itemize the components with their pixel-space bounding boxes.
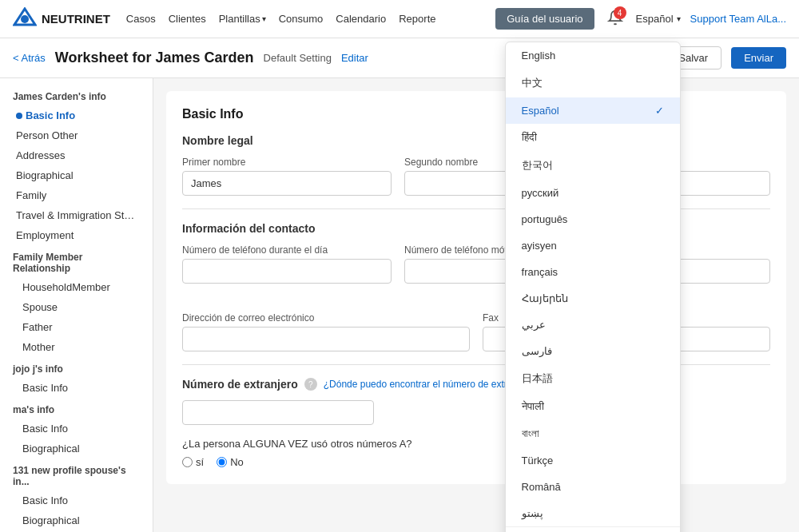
radio-no-input[interactable] (217, 457, 227, 467)
correo-input[interactable] (182, 327, 470, 351)
nav-consumo[interactable]: Consumo (279, 13, 324, 25)
nombre-legal-heading: Nombre legal (182, 134, 770, 147)
mostrar-recomendaciones[interactable]: ◄ Mostrar recomendac... (506, 526, 680, 532)
sidebar-item-131-basic-info[interactable]: Basic Info (0, 490, 153, 510)
sidebar-section-james: James Carden's info (0, 85, 153, 105)
sidebar: James Carden's info Basic Info Person Ot… (0, 78, 153, 532)
guide-button[interactable]: Guía del usuario (495, 8, 594, 30)
main-content: Basic Info Nombre legal Primer nombre Se… (153, 78, 799, 532)
lang-option-bangla[interactable]: বাংলা (506, 420, 680, 447)
extranjero-input-group (182, 400, 374, 425)
nombre-legal-row: Primer nombre Segundo nombre Apellid (182, 157, 770, 196)
lang-option-armenian[interactable]: Հայերեն (506, 285, 680, 312)
plantillas-chevron-icon: ▾ (262, 14, 266, 23)
lang-option-hindi[interactable]: हिंदी (506, 124, 680, 151)
lang-option-romanian[interactable]: Română (506, 474, 680, 500)
sidebar-item-family[interactable]: Family (0, 185, 153, 205)
nav-plantillas[interactable]: Plantillas ▾ (219, 13, 266, 25)
language-button[interactable]: Español ▾ (636, 13, 681, 25)
sidebar-item-jojo-basic-info[interactable]: Basic Info (0, 378, 153, 398)
extranjero-row: Número de extranjero ? ¿Dónde puedo enco… (182, 378, 770, 391)
primer-nombre-label: Primer nombre (182, 157, 392, 168)
sidebar-item-spouse[interactable]: Spouse (0, 297, 153, 317)
notification-badge: 4 (614, 6, 626, 19)
lang-option-ayisyen[interactable]: ayisyen (506, 232, 680, 259)
extranjero-heading: Número de extranjero (182, 378, 298, 391)
sidebar-section-family-rel: Family Member Relationship (0, 245, 153, 277)
logo-text: NEUTRINET (42, 12, 110, 26)
primer-nombre-input[interactable] (182, 171, 392, 196)
help-icon[interactable]: ? (304, 378, 317, 391)
sidebar-section-ma: ma's info (0, 398, 153, 419)
nav-reporte[interactable]: Reporte (399, 13, 435, 25)
language-dropdown: English 中文 Español ✓ हिंदी 한국어 русский p… (505, 42, 681, 532)
default-setting-label: Default Setting (264, 52, 332, 64)
logo: NEUTRINET (13, 7, 110, 31)
usados-label: ¿La persona ALGUNA VEZ usó otros números… (182, 438, 770, 450)
telefono-dia-group: Número de teléfono durante el día (182, 244, 392, 300)
nav-clientes[interactable]: Clientes (169, 13, 206, 25)
basic-info-card: Basic Info Nombre legal Primer nombre Se… (166, 91, 786, 484)
top-nav: NEUTRINET Casos Clientes Plantillas ▾ Co… (0, 0, 799, 38)
sidebar-item-person-other[interactable]: Person Other (0, 125, 153, 145)
notification-button[interactable]: 4 (604, 6, 626, 31)
lang-option-farsi[interactable]: فارسی (506, 338, 680, 364)
language-selector[interactable]: Español ▾ English 中文 Español ✓ हिंदी 한국어… (636, 13, 681, 25)
section-heading: Basic Info (182, 107, 770, 121)
lang-option-chinese[interactable]: 中文 (506, 69, 680, 97)
lang-option-russian[interactable]: русский (506, 180, 680, 206)
edit-link[interactable]: Editar (341, 52, 368, 64)
sidebar-item-ma-biographical[interactable]: Biographical (0, 439, 153, 459)
sidebar-section-jojo: jojo j's info (0, 357, 153, 378)
sidebar-item-employment[interactable]: Employment (0, 225, 153, 245)
radio-no-label[interactable]: No (217, 456, 244, 468)
sidebar-item-father[interactable]: Father (0, 317, 153, 337)
lang-option-japanese[interactable]: 日本語 (506, 364, 680, 393)
correo-label: Dirección de correo electrónico (182, 312, 470, 324)
sidebar-item-biographical[interactable]: Biographical (0, 165, 153, 185)
logo-icon (13, 7, 37, 31)
divider-1 (182, 208, 770, 209)
lang-chevron-icon: ▾ (677, 14, 681, 23)
extranjero-input[interactable] (182, 400, 374, 425)
nav-right: Guía del usuario 4 Español ▾ English 中文 … (495, 6, 786, 31)
svg-point-1 (21, 15, 29, 23)
lang-option-korean[interactable]: 한국어 (506, 151, 680, 180)
sidebar-item-mother[interactable]: Mother (0, 337, 153, 357)
lang-option-portuguese[interactable]: português (506, 206, 680, 232)
selected-check-icon: ✓ (655, 105, 664, 117)
lang-option-english[interactable]: English (506, 42, 680, 69)
back-button[interactable]: < Atrás (13, 52, 46, 64)
lang-option-arabic[interactable]: عربي (506, 312, 680, 338)
lang-option-turkish[interactable]: Türkçe (506, 447, 680, 474)
lang-option-nepali[interactable]: नेपाली (506, 393, 680, 420)
support-link[interactable]: Support Team AlLa... (690, 13, 786, 25)
telefono-dia-label: Número de teléfono durante el día (182, 244, 392, 256)
lang-option-pashto[interactable]: پښتو (506, 500, 680, 526)
language-label: Español (636, 13, 674, 25)
primer-nombre-group: Primer nombre (182, 157, 392, 196)
sidebar-item-131-biographical[interactable]: Biographical (0, 510, 153, 530)
lang-option-espanol[interactable]: Español ✓ (506, 97, 680, 124)
info-contacto-heading: Información del contacto (182, 222, 770, 235)
sidebar-item-householdmember[interactable]: HouseholdMember (0, 277, 153, 297)
sidebar-item-addresses[interactable]: Addresses (0, 145, 153, 165)
telefono-dia-input[interactable] (182, 259, 392, 284)
lang-option-french[interactable]: français (506, 259, 680, 285)
nav-links: Casos Clientes Plantillas ▾ Consumo Cale… (126, 13, 479, 25)
radio-si-label[interactable]: sí (182, 456, 204, 468)
correo-group: Dirección de correo electrónico (182, 312, 470, 351)
active-indicator (16, 113, 22, 119)
radio-si-input[interactable] (182, 457, 193, 467)
correo-fax-row: Dirección de correo electrónico Fax (182, 312, 770, 351)
radio-group: sí No (182, 456, 770, 468)
sidebar-item-ma-basic-info[interactable]: Basic Info (0, 419, 153, 439)
sidebar-item-basic-info[interactable]: Basic Info (0, 105, 153, 125)
sidebar-section-131: 131 new profile spouse's in... (0, 459, 153, 490)
nav-casos[interactable]: Casos (126, 13, 156, 25)
nav-calendario[interactable]: Calendario (336, 13, 386, 25)
enviar-button[interactable]: Enviar (731, 47, 786, 69)
divider-2 (182, 364, 770, 365)
sidebar-item-travel[interactable]: Travel & Immigration Stat... (0, 205, 153, 225)
page-title: Worksheet for James Carden (55, 50, 254, 66)
